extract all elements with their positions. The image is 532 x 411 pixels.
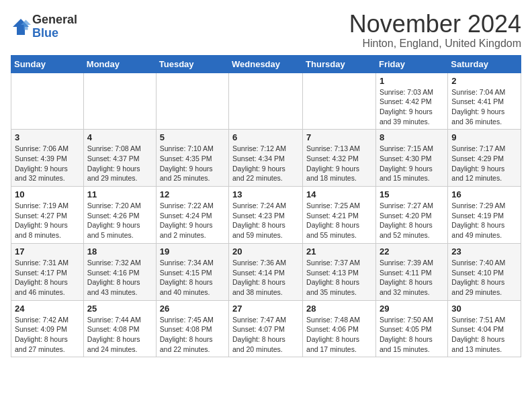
- day-info: Sunrise: 7:24 AM Sunset: 4:23 PM Dayligh…: [232, 201, 299, 240]
- day-number: 30: [451, 304, 517, 314]
- day-number: 4: [87, 132, 152, 142]
- day-number: 9: [451, 132, 517, 142]
- day-number: 8: [380, 132, 444, 142]
- logo-icon: [11, 17, 31, 37]
- calendar-cell: 27Sunrise: 7:47 AM Sunset: 4:07 PM Dayli…: [229, 300, 303, 357]
- day-info: Sunrise: 7:06 AM Sunset: 4:39 PM Dayligh…: [15, 144, 80, 183]
- calendar-cell: 19Sunrise: 7:34 AM Sunset: 4:15 PM Dayli…: [156, 243, 228, 300]
- calendar-cell: 16Sunrise: 7:29 AM Sunset: 4:19 PM Dayli…: [448, 187, 521, 244]
- calendar-cell: [303, 73, 376, 130]
- day-info: Sunrise: 7:51 AM Sunset: 4:04 PM Dayligh…: [451, 315, 517, 355]
- calendar-cell: 26Sunrise: 7:45 AM Sunset: 4:08 PM Dayli…: [156, 300, 228, 357]
- calendar-cell: 12Sunrise: 7:22 AM Sunset: 4:24 PM Dayli…: [156, 187, 228, 244]
- calendar-cell: 24Sunrise: 7:42 AM Sunset: 4:09 PM Dayli…: [11, 300, 84, 357]
- day-number: 3: [15, 132, 80, 142]
- day-number: 27: [232, 304, 299, 314]
- weekday-header-row: SundayMondayTuesdayWednesdayThursdayFrid…: [11, 55, 521, 73]
- day-number: 6: [232, 132, 299, 142]
- calendar-cell: 9Sunrise: 7:17 AM Sunset: 4:29 PM Daylig…: [448, 130, 521, 187]
- day-number: 13: [232, 189, 299, 199]
- day-number: 5: [160, 132, 225, 142]
- day-info: Sunrise: 7:42 AM Sunset: 4:09 PM Dayligh…: [15, 315, 80, 355]
- day-number: 25: [87, 304, 152, 314]
- day-info: Sunrise: 7:36 AM Sunset: 4:14 PM Dayligh…: [232, 258, 299, 298]
- calendar-cell: 29Sunrise: 7:50 AM Sunset: 4:05 PM Dayli…: [375, 300, 447, 357]
- calendar-cell: 23Sunrise: 7:40 AM Sunset: 4:10 PM Dayli…: [448, 243, 521, 300]
- day-info: Sunrise: 7:40 AM Sunset: 4:10 PM Dayligh…: [451, 258, 517, 298]
- calendar-week-row: 3Sunrise: 7:06 AM Sunset: 4:39 PM Daylig…: [11, 130, 521, 187]
- calendar-week-row: 17Sunrise: 7:31 AM Sunset: 4:17 PM Dayli…: [11, 243, 521, 300]
- calendar-cell: [156, 73, 228, 130]
- calendar-cell: 28Sunrise: 7:48 AM Sunset: 4:06 PM Dayli…: [303, 300, 376, 357]
- logo: General Blue: [11, 13, 77, 40]
- calendar-cell: 14Sunrise: 7:25 AM Sunset: 4:21 PM Dayli…: [303, 187, 376, 244]
- day-info: Sunrise: 7:31 AM Sunset: 4:17 PM Dayligh…: [15, 258, 80, 298]
- day-number: 29: [380, 304, 444, 314]
- month-title: November 2024: [349, 11, 521, 38]
- calendar-cell: 7Sunrise: 7:13 AM Sunset: 4:32 PM Daylig…: [303, 130, 376, 187]
- day-number: 7: [306, 132, 372, 142]
- calendar-cell: 22Sunrise: 7:39 AM Sunset: 4:11 PM Dayli…: [375, 243, 447, 300]
- title-area: November 2024 Hinton, England, United Ki…: [349, 11, 521, 50]
- day-info: Sunrise: 7:12 AM Sunset: 4:34 PM Dayligh…: [232, 144, 299, 183]
- day-info: Sunrise: 7:04 AM Sunset: 4:41 PM Dayligh…: [451, 87, 517, 127]
- calendar-cell: 11Sunrise: 7:20 AM Sunset: 4:26 PM Dayli…: [83, 187, 156, 244]
- calendar-cell: 1Sunrise: 7:03 AM Sunset: 4:42 PM Daylig…: [375, 73, 447, 130]
- calendar-week-row: 1Sunrise: 7:03 AM Sunset: 4:42 PM Daylig…: [11, 73, 521, 130]
- day-info: Sunrise: 7:32 AM Sunset: 4:16 PM Dayligh…: [87, 258, 152, 298]
- day-info: Sunrise: 7:37 AM Sunset: 4:13 PM Dayligh…: [306, 258, 372, 298]
- day-number: 10: [15, 189, 80, 199]
- calendar-cell: 8Sunrise: 7:15 AM Sunset: 4:30 PM Daylig…: [375, 130, 447, 187]
- day-info: Sunrise: 7:15 AM Sunset: 4:30 PM Dayligh…: [380, 144, 444, 183]
- day-number: 2: [451, 76, 517, 86]
- calendar-cell: 10Sunrise: 7:19 AM Sunset: 4:27 PM Dayli…: [11, 187, 84, 244]
- day-info: Sunrise: 7:03 AM Sunset: 4:42 PM Dayligh…: [380, 87, 444, 127]
- calendar-cell: [11, 73, 84, 130]
- day-info: Sunrise: 7:39 AM Sunset: 4:11 PM Dayligh…: [380, 258, 444, 298]
- calendar-cell: 21Sunrise: 7:37 AM Sunset: 4:13 PM Dayli…: [303, 243, 376, 300]
- day-info: Sunrise: 7:25 AM Sunset: 4:21 PM Dayligh…: [306, 201, 372, 240]
- weekday-header: Sunday: [11, 55, 84, 73]
- day-number: 11: [87, 189, 152, 199]
- day-info: Sunrise: 7:45 AM Sunset: 4:08 PM Dayligh…: [160, 315, 225, 355]
- day-info: Sunrise: 7:19 AM Sunset: 4:27 PM Dayligh…: [15, 201, 80, 240]
- calendar-cell: 6Sunrise: 7:12 AM Sunset: 4:34 PM Daylig…: [229, 130, 303, 187]
- day-number: 18: [87, 246, 152, 257]
- day-info: Sunrise: 7:48 AM Sunset: 4:06 PM Dayligh…: [306, 315, 372, 355]
- calendar-table: SundayMondayTuesdayWednesdayThursdayFrid…: [11, 55, 521, 358]
- day-info: Sunrise: 7:27 AM Sunset: 4:20 PM Dayligh…: [380, 201, 444, 240]
- day-number: 12: [160, 189, 225, 199]
- calendar-cell: 20Sunrise: 7:36 AM Sunset: 4:14 PM Dayli…: [229, 243, 303, 300]
- weekday-header: Wednesday: [229, 55, 303, 73]
- day-info: Sunrise: 7:17 AM Sunset: 4:29 PM Dayligh…: [451, 144, 517, 183]
- day-info: Sunrise: 7:44 AM Sunset: 4:08 PM Dayligh…: [87, 315, 152, 355]
- day-number: 14: [306, 189, 372, 199]
- day-info: Sunrise: 7:20 AM Sunset: 4:26 PM Dayligh…: [87, 201, 152, 240]
- day-number: 26: [160, 304, 225, 314]
- day-number: 20: [232, 246, 299, 257]
- day-info: Sunrise: 7:50 AM Sunset: 4:05 PM Dayligh…: [380, 315, 444, 355]
- weekday-header: Monday: [83, 55, 156, 73]
- day-number: 1: [380, 76, 444, 86]
- day-info: Sunrise: 7:10 AM Sunset: 4:35 PM Dayligh…: [160, 144, 225, 183]
- day-number: 19: [160, 246, 225, 257]
- calendar-cell: 4Sunrise: 7:08 AM Sunset: 4:37 PM Daylig…: [83, 130, 156, 187]
- logo-text: General Blue: [32, 13, 77, 40]
- calendar-cell: 18Sunrise: 7:32 AM Sunset: 4:16 PM Dayli…: [83, 243, 156, 300]
- day-info: Sunrise: 7:47 AM Sunset: 4:07 PM Dayligh…: [232, 315, 299, 355]
- day-info: Sunrise: 7:34 AM Sunset: 4:15 PM Dayligh…: [160, 258, 225, 298]
- calendar-week-row: 24Sunrise: 7:42 AM Sunset: 4:09 PM Dayli…: [11, 300, 521, 357]
- day-info: Sunrise: 7:22 AM Sunset: 4:24 PM Dayligh…: [160, 201, 225, 240]
- calendar-cell: 15Sunrise: 7:27 AM Sunset: 4:20 PM Dayli…: [375, 187, 447, 244]
- day-number: 23: [451, 246, 517, 257]
- calendar-cell: 2Sunrise: 7:04 AM Sunset: 4:41 PM Daylig…: [448, 73, 521, 130]
- calendar-cell: [83, 73, 156, 130]
- calendar-cell: 30Sunrise: 7:51 AM Sunset: 4:04 PM Dayli…: [448, 300, 521, 357]
- day-number: 16: [451, 189, 517, 199]
- day-number: 17: [15, 246, 80, 257]
- calendar-cell: 13Sunrise: 7:24 AM Sunset: 4:23 PM Dayli…: [229, 187, 303, 244]
- calendar-cell: 17Sunrise: 7:31 AM Sunset: 4:17 PM Dayli…: [11, 243, 84, 300]
- calendar-week-row: 10Sunrise: 7:19 AM Sunset: 4:27 PM Dayli…: [11, 187, 521, 244]
- day-number: 15: [380, 189, 444, 199]
- weekday-header: Friday: [375, 55, 447, 73]
